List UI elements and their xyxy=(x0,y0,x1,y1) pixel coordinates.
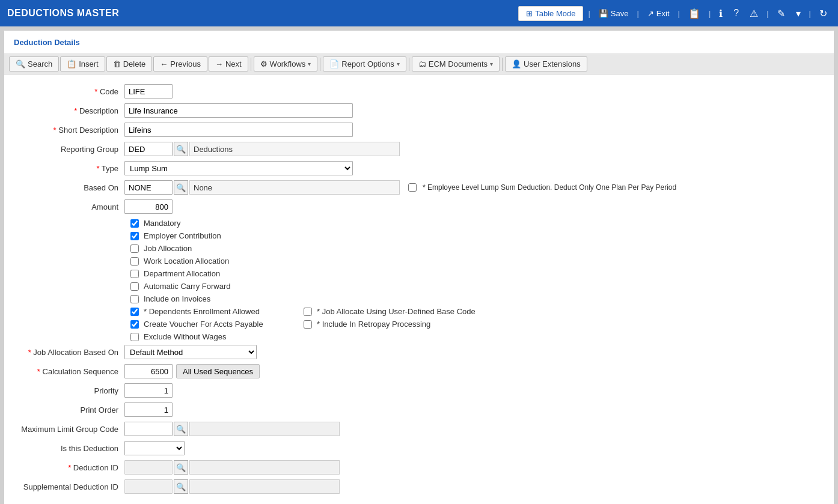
dropdown-arrow-button[interactable]: ▾ xyxy=(792,5,804,22)
exclude-wages-row: Exclude Without Wages xyxy=(130,332,822,341)
include-invoices-checkbox[interactable] xyxy=(130,295,139,303)
voucher-retropay-row: Create Voucher For Accts Payable * Inclu… xyxy=(130,320,822,329)
create-voucher-label: Create Voucher For Accts Payable xyxy=(144,320,263,329)
job-allocation-checkbox[interactable] xyxy=(130,244,139,253)
priority-input[interactable] xyxy=(124,383,173,398)
short-description-label: * Short Description xyxy=(16,126,124,135)
based-on-code-input[interactable] xyxy=(124,180,173,195)
deduction-id-search-button[interactable]: 🔍 xyxy=(174,460,188,475)
workflows-icon: ⚙ xyxy=(260,59,268,68)
based-on-row: Based On 🔍 None * Employee Level Lump Su… xyxy=(16,180,822,195)
based-on-search-button[interactable]: 🔍 xyxy=(174,180,188,195)
job-allocation-based-on-select[interactable]: Default Method xyxy=(124,345,257,359)
copy-button[interactable]: 📋 xyxy=(685,5,704,22)
report-options-button[interactable]: 📄 Report Options ▾ xyxy=(323,56,406,71)
next-icon: → xyxy=(215,59,223,68)
reporting-group-search-button[interactable]: 🔍 xyxy=(174,142,188,156)
based-on-label: Based On xyxy=(16,183,124,192)
mandatory-row: Mandatory xyxy=(130,219,822,228)
work-location-row: Work Location Allocation xyxy=(130,257,822,266)
supplemental-deduction-display xyxy=(189,479,340,494)
save-button[interactable]: 💾 Save xyxy=(595,7,632,20)
create-voucher-checkbox[interactable] xyxy=(130,320,139,329)
user-extensions-button[interactable]: 👤 User Extensions xyxy=(505,56,587,71)
all-used-sequences-button[interactable]: All Used Sequences xyxy=(176,364,260,378)
dependents-enrollment-checkbox[interactable] xyxy=(130,308,139,316)
lump-sum-checkbox[interactable] xyxy=(408,183,417,192)
is-deduction-row: Is this Deduction xyxy=(16,441,822,455)
include-retropay-label: * Include In Retropay Processing xyxy=(317,320,430,329)
table-mode-button[interactable]: ⊞ Table Mode xyxy=(518,6,583,21)
max-limit-group-search-button[interactable]: 🔍 xyxy=(174,422,188,436)
department-allocation-row: Department Allocation xyxy=(130,269,822,278)
warn-button[interactable]: ⚠ xyxy=(746,5,762,22)
include-invoices-label: Include on Invoices xyxy=(144,294,210,303)
ecm-documents-button[interactable]: 🗂 ECM Documents ▾ xyxy=(412,56,500,71)
edit-button[interactable]: ✎ xyxy=(774,5,789,22)
checkbox-section: Mandatory Employer Contribution Job Allo… xyxy=(130,219,822,341)
next-button[interactable]: → Next xyxy=(209,56,248,71)
insert-button[interactable]: 📋 Insert xyxy=(60,56,105,71)
code-input[interactable] xyxy=(124,84,173,99)
previous-button[interactable]: ← Previous xyxy=(153,56,207,71)
automatic-carry-forward-checkbox[interactable] xyxy=(130,282,139,291)
section-title: Deduction Details xyxy=(14,38,80,47)
supplemental-deduction-row: Supplemental Deduction ID 🔍 xyxy=(16,479,822,494)
exit-button[interactable]: ↗ Exit xyxy=(644,7,673,20)
insert-icon: 📋 xyxy=(67,59,76,68)
max-limit-group-label: Maximum Limit Group Code xyxy=(16,425,124,434)
mandatory-checkbox[interactable] xyxy=(130,219,139,228)
workflows-dropdown-icon: ▾ xyxy=(308,61,311,67)
form-area: * Code * Description * Short Description… xyxy=(4,74,834,504)
employer-contribution-checkbox[interactable] xyxy=(130,232,139,240)
job-allocation-based-on-label: * Job Allocation Based On xyxy=(16,348,124,357)
max-limit-group-input-group: 🔍 xyxy=(124,422,340,436)
supplemental-deduction-search-button[interactable]: 🔍 xyxy=(174,479,188,494)
table-mode-icon: ⊞ xyxy=(526,9,533,18)
workflows-button[interactable]: ⚙ Workflows ▾ xyxy=(254,56,318,71)
employer-contribution-label: Employer Contribution xyxy=(144,231,221,240)
job-allocate-checkbox[interactable] xyxy=(304,308,312,316)
priority-label: Priority xyxy=(16,386,124,395)
amount-input[interactable] xyxy=(124,199,173,214)
deduction-id-display xyxy=(189,460,340,475)
deduction-id-input-group: 🔍 xyxy=(124,460,340,475)
app-title: DEDUCTIONS MASTER xyxy=(7,8,119,19)
include-retropay-checkbox[interactable] xyxy=(304,320,312,329)
search-button[interactable]: 🔍 Search xyxy=(9,56,59,71)
supplemental-deduction-input[interactable] xyxy=(124,479,173,494)
exclude-wages-checkbox[interactable] xyxy=(130,333,139,341)
refresh-button[interactable]: ↻ xyxy=(816,5,831,22)
reporting-group-input-group: 🔍 Deductions xyxy=(124,142,400,156)
deduction-id-input[interactable] xyxy=(124,460,173,475)
max-limit-group-code-input[interactable] xyxy=(124,422,173,436)
reporting-group-search-icon: 🔍 xyxy=(176,145,186,154)
deduction-id-label: * Deduction ID xyxy=(16,463,124,472)
info-button[interactable]: ℹ xyxy=(715,5,726,22)
job-allocate-label: * Job Allocate Using User-Defined Base C… xyxy=(317,307,476,316)
reporting-group-code-input[interactable] xyxy=(124,142,173,156)
department-allocation-checkbox[interactable] xyxy=(130,270,139,278)
top-bar: DEDUCTIONS MASTER ⊞ Table Mode | 💾 Save … xyxy=(0,0,838,26)
code-row: * Code xyxy=(16,84,822,99)
dependents-job-row: * Dependents Enrollment Allowed * Job Al… xyxy=(130,307,822,316)
work-location-checkbox[interactable] xyxy=(130,257,139,266)
delete-button[interactable]: 🗑 Delete xyxy=(106,56,153,71)
type-select[interactable]: Lump Sum Percentage Flat xyxy=(124,161,353,175)
include-invoices-row: Include on Invoices xyxy=(130,294,822,303)
is-deduction-select[interactable] xyxy=(124,441,185,455)
report-dropdown-icon: ▾ xyxy=(397,61,400,67)
lump-sum-note: * Employee Level Lump Sum Deduction. Ded… xyxy=(423,183,676,192)
amount-row: Amount xyxy=(16,199,822,214)
supplemental-deduction-input-group: 🔍 xyxy=(124,479,340,494)
employer-contribution-row: Employer Contribution xyxy=(130,231,822,240)
description-input[interactable] xyxy=(124,103,353,118)
deduction-id-row: * Deduction ID 🔍 xyxy=(16,460,822,475)
print-order-input[interactable] xyxy=(124,402,173,417)
work-location-label: Work Location Allocation xyxy=(144,257,229,266)
description-row: * Description xyxy=(16,103,822,118)
calculation-sequence-input[interactable] xyxy=(124,364,173,378)
help-button[interactable]: ? xyxy=(730,5,742,21)
print-order-row: Print Order xyxy=(16,402,822,417)
short-description-input[interactable] xyxy=(124,123,353,137)
